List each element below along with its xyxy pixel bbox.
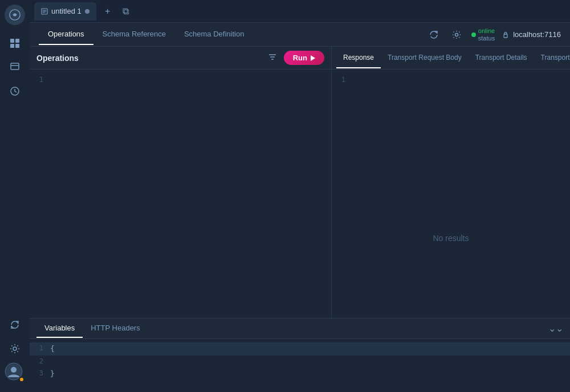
svg-point-15 <box>455 33 458 36</box>
svg-point-10 <box>11 367 17 373</box>
tab-variables[interactable]: Variables <box>36 319 83 338</box>
play-icon <box>311 55 315 61</box>
user-avatar[interactable] <box>5 362 25 383</box>
status-dot <box>471 32 476 37</box>
line-content-3: } <box>50 368 55 380</box>
settings-icon[interactable] <box>449 27 465 43</box>
refresh-icon[interactable] <box>426 27 442 43</box>
status-indicator: online status <box>471 27 495 42</box>
content-area: Operations Run <box>30 47 570 392</box>
tab-bar: untitled 1 + ⧉ <box>30 0 570 23</box>
refresh-icon[interactable] <box>5 315 25 335</box>
tab-schema-reference[interactable]: Schema Reference <box>93 24 175 45</box>
variables-editor[interactable]: 1 { 2 3 } <box>30 339 570 392</box>
right-panel: Response Transport Request Body Transpor… <box>332 47 570 318</box>
tab-response[interactable]: Response <box>336 48 381 68</box>
tab-transport-details[interactable]: Transport Details <box>469 48 534 68</box>
tab-transport-request-body[interactable]: Transport Request Body <box>381 48 469 68</box>
svg-rect-16 <box>504 34 507 38</box>
bottom-editor-line: 1 { <box>30 342 570 356</box>
editor-section: Operations Run <box>30 47 570 318</box>
bottom-editor-line: 2 <box>30 356 570 368</box>
response-line: 1 <box>332 74 570 86</box>
line-number-2: 2 <box>30 356 50 367</box>
server-info[interactable]: localhost:7116 <box>502 30 561 39</box>
history-icon[interactable] <box>5 81 25 101</box>
collapse-button[interactable]: ⌄⌄ <box>548 323 563 334</box>
online-label: online <box>478 27 495 35</box>
line-number-1: 1 <box>30 343 50 354</box>
response-body: 1 No results <box>332 70 570 318</box>
left-panel: Operations Run <box>30 47 332 318</box>
nav-tabs: Operations Schema Reference Schema Defin… <box>39 24 426 45</box>
filter-icon[interactable] <box>266 50 279 66</box>
svg-point-8 <box>13 347 17 350</box>
line-number-3: 3 <box>30 368 50 379</box>
editor-line: 1 <box>30 74 331 86</box>
run-button[interactable]: Run <box>284 51 324 65</box>
bottom-tabs: Variables HTTP Headers ⌄⌄ <box>30 318 570 339</box>
header-actions: online status localhost:7116 <box>426 27 561 43</box>
new-tab-button[interactable]: + <box>101 5 115 18</box>
svg-rect-1 <box>10 39 14 43</box>
bottom-panel: Variables HTTP Headers ⌄⌄ 1 { 2 3 } <box>30 318 570 392</box>
tab-actions: + ⧉ <box>101 5 133 18</box>
line-number: 1 <box>30 75 50 85</box>
panel-actions: Run <box>266 50 324 66</box>
operations-editor[interactable]: 1 <box>30 70 331 318</box>
tab-label: untitled 1 <box>51 7 82 15</box>
bottom-editor-line: 3 } <box>30 368 570 381</box>
svg-rect-4 <box>15 44 19 48</box>
app-logo[interactable] <box>5 5 25 25</box>
tab-transport-error[interactable]: Transport Error <box>534 48 570 68</box>
tab-schema-definition[interactable]: Schema Definition <box>175 24 254 45</box>
tab-http-headers[interactable]: HTTP Headers <box>83 319 148 338</box>
grid-icon[interactable] <box>5 33 25 54</box>
no-results-label: No results <box>433 234 469 243</box>
operations-title: Operations <box>36 54 79 63</box>
response-line-number: 1 <box>332 75 352 85</box>
line-content-1: { <box>50 343 55 355</box>
layers-icon[interactable] <box>5 57 25 77</box>
svg-rect-5 <box>11 63 19 70</box>
svg-rect-2 <box>15 39 19 43</box>
response-tabs: Response Transport Request Body Transpor… <box>332 47 570 70</box>
operations-panel-header: Operations Run <box>30 47 331 70</box>
status-label: status <box>478 35 495 42</box>
sidebar <box>0 0 30 392</box>
svg-rect-3 <box>10 44 14 48</box>
tab-operations[interactable]: Operations <box>39 24 93 45</box>
header-nav: Operations Schema Reference Schema Defin… <box>30 23 570 47</box>
untitled-tab[interactable]: untitled 1 <box>34 2 96 21</box>
settings-icon[interactable] <box>5 338 25 359</box>
tab-modified-dot <box>85 9 89 14</box>
server-address: localhost:7116 <box>513 30 561 39</box>
main-content: untitled 1 + ⧉ Operations Schema Referen… <box>30 0 570 392</box>
split-view-button[interactable]: ⧉ <box>119 5 133 18</box>
notification-badge <box>19 377 25 382</box>
